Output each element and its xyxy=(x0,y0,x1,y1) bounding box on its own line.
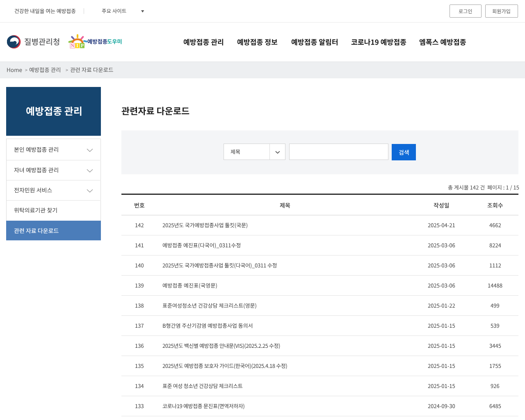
svg-text:P: P xyxy=(81,43,84,48)
svg-text:N: N xyxy=(71,43,75,48)
svg-text:I: I xyxy=(76,43,78,48)
